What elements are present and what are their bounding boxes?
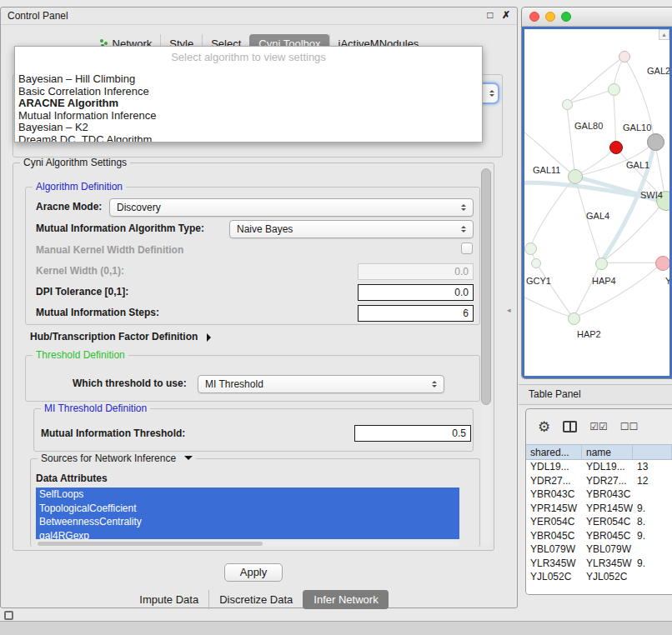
- table-row[interactable]: YDL19...YDL19...13: [526, 460, 672, 474]
- attribute-item[interactable]: BetweennessCentrality: [36, 515, 459, 529]
- combo-arrows-icon: [457, 223, 470, 235]
- table-panel-header: Table Panel: [519, 384, 672, 405]
- zoom-traffic-light[interactable]: [561, 12, 571, 22]
- network-canvas[interactable]: ▲ GAL2GAL80GAL10GAL11GAL1SWI4GAL4GCY1HAP…: [522, 27, 672, 378]
- table-cell: YBR043C: [526, 488, 582, 500]
- window-title: Control Panel: [8, 10, 68, 22]
- column-header[interactable]: [633, 445, 672, 459]
- table-row[interactable]: YER054CYER054C8.: [526, 515, 672, 529]
- group-title: Algorithm Definition: [33, 181, 126, 192]
- node-label: GAL4: [586, 211, 609, 221]
- table-panel-window: ⚙ ☑☑ ☐☐ shared...name YDL19...YDL19...13…: [525, 408, 672, 595]
- mi-steps-field[interactable]: 6: [358, 305, 474, 322]
- column-header[interactable]: shared...: [526, 445, 582, 459]
- scrollbar-thumb[interactable]: [481, 168, 491, 405]
- algorithm-option[interactable]: ARACNE Algorithm: [18, 98, 482, 110]
- table-row[interactable]: YBR045CYBR045C9.: [526, 529, 672, 543]
- table-cell: YLR345W: [582, 558, 633, 569]
- table-cell: YJL052C: [526, 571, 582, 582]
- network-node[interactable]: [655, 256, 670, 271]
- table-header: shared...name: [526, 444, 672, 460]
- algorithm-option[interactable]: Basic Correlation Inference: [18, 86, 482, 98]
- which-threshold-select[interactable]: MI Threshold: [198, 375, 444, 393]
- network-node[interactable]: [568, 312, 580, 325]
- sources-toggle[interactable]: Sources for Network Inference: [38, 452, 196, 464]
- algorithm-dropdown-popup: Select algorithm to view settings Bayesi…: [14, 46, 483, 142]
- algorithm-option[interactable]: Bayesian – K2: [18, 122, 482, 134]
- desktop: Control Panel □ ✗ NetworkStyleSelectCyni…: [0, 0, 672, 635]
- attribute-item[interactable]: TopologicalCoefficient: [36, 502, 459, 516]
- network-node[interactable]: [568, 169, 583, 184]
- table-cell: 12: [633, 475, 672, 487]
- kernel-width-field: 0.0: [358, 263, 474, 280]
- manual-kernel-checkbox[interactable]: [461, 242, 473, 254]
- collapsed-panel-icon[interactable]: [4, 611, 13, 620]
- table-cell: 9.: [633, 558, 672, 569]
- data-attributes-list[interactable]: SelfLoopsTopologicalCoefficientBetweenne…: [36, 488, 459, 539]
- algorithm-option[interactable]: Bayesian – Hill Climbing: [18, 73, 482, 86]
- scroll-up-icon[interactable]: ▲: [659, 29, 669, 40]
- mi-algorithm-type-label: Mutual Information Algorithm Type:: [36, 222, 204, 234]
- algorithm-option[interactable]: Dream8 DC_TDC Algorithm: [18, 134, 482, 143]
- dpi-tolerance-value: 0.0: [454, 287, 469, 298]
- select-all-checks-icon[interactable]: ☑☑: [589, 421, 608, 432]
- network-node[interactable]: [524, 242, 537, 255]
- bottom-tab-bar: Impute DataDiscretize DataInfer Network: [1, 590, 517, 609]
- table-cell: YDR27...: [582, 475, 633, 487]
- control-panel-titlebar[interactable]: Control Panel □ ✗: [1, 8, 517, 25]
- aracne-mode-value: Discovery: [110, 202, 457, 213]
- which-threshold-label: Which threshold to use:: [73, 378, 187, 389]
- hub-section-toggle[interactable]: Hub/Transcription Factor Definition: [30, 331, 215, 342]
- network-node[interactable]: [595, 258, 608, 270]
- network-view-window: ▲ GAL2GAL80GAL10GAL11GAL1SWI4GAL4GCY1HAP…: [521, 7, 672, 379]
- table-row[interactable]: YLR345WYLR345W9.: [526, 557, 672, 571]
- bottom-tab-infernetwork[interactable]: Infer Network: [303, 590, 388, 609]
- splitter-collapse-icon[interactable]: ◂: [507, 306, 511, 314]
- horizontal-scrollbar[interactable]: [36, 541, 459, 547]
- dpi-tolerance-field[interactable]: 0.0: [358, 284, 474, 301]
- attribute-item[interactable]: SelfLoops: [36, 488, 459, 502]
- table-cell: 9.: [633, 502, 672, 514]
- float-window-icon[interactable]: □: [487, 9, 493, 21]
- apply-button[interactable]: Apply: [224, 563, 283, 582]
- network-node[interactable]: [562, 99, 573, 110]
- settings-scrollbar[interactable]: [481, 167, 491, 547]
- table-row[interactable]: YPR145WYPR145W9.: [526, 502, 672, 516]
- table-row[interactable]: YJL052CYJL052C: [526, 570, 672, 584]
- deselect-all-checks-icon[interactable]: ☐☐: [620, 421, 639, 432]
- hub-section-label: Hub/Transcription Factor Definition: [30, 331, 198, 342]
- gear-icon[interactable]: ⚙: [538, 418, 550, 436]
- network-node[interactable]: [647, 133, 664, 151]
- network-node[interactable]: [531, 258, 541, 268]
- algorithm-option[interactable]: Mutual Information Inference: [18, 110, 482, 122]
- table-cell: YDL19...: [526, 461, 582, 472]
- network-window-titlebar[interactable]: [522, 8, 672, 27]
- threshold-definition-group: Threshold Definition Which threshold to …: [25, 355, 480, 402]
- node-label: HAP4: [592, 276, 616, 286]
- table-cell: YBL079W: [582, 543, 633, 555]
- table-cell: 8.: [633, 516, 672, 528]
- table-row[interactable]: YBR043CYBR043C: [526, 488, 672, 502]
- bottom-strip: [0, 621, 672, 635]
- close-traffic-light[interactable]: [529, 12, 539, 22]
- columns-icon[interactable]: [563, 421, 577, 432]
- bottom-tab-imputedata[interactable]: Impute Data: [129, 590, 208, 609]
- column-header[interactable]: name: [582, 445, 633, 459]
- combo-arrows-icon: [489, 88, 494, 99]
- mi-threshold-field[interactable]: 0.5: [354, 425, 471, 442]
- network-node[interactable]: [609, 141, 623, 154]
- minimize-traffic-light[interactable]: [545, 12, 555, 22]
- kernel-width-label: Kernel Width (0,1):: [36, 265, 124, 277]
- close-icon[interactable]: ✗: [502, 9, 510, 21]
- table-row[interactable]: YBL079WYBL079W: [526, 542, 672, 557]
- table-row[interactable]: YDR27...YDR27...12: [526, 474, 672, 488]
- attribute-item[interactable]: gal4RGexp: [36, 529, 459, 540]
- aracne-mode-select[interactable]: Discovery: [109, 198, 474, 217]
- table-cell: YPR145W: [582, 502, 633, 514]
- mi-algorithm-type-select[interactable]: Naive Bayes: [229, 220, 474, 238]
- bottom-tab-discretizedata[interactable]: Discretize Data: [208, 590, 303, 609]
- network-edges: [524, 29, 669, 376]
- scrollbar-thumb[interactable]: [38, 542, 263, 546]
- network-node[interactable]: [608, 83, 620, 96]
- network-node[interactable]: [619, 51, 630, 62]
